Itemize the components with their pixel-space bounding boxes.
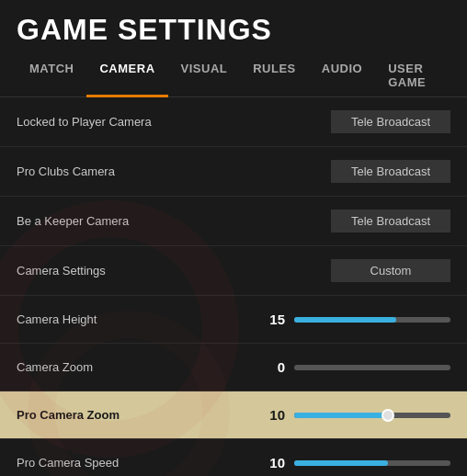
slider-track-pro-camera-zoom[interactable] xyxy=(294,413,450,418)
setting-value-locked-to-player-camera[interactable]: Tele Broadcast xyxy=(331,110,450,133)
setting-row-locked-to-player-camera: Locked to Player Camera Tele Broadcast xyxy=(0,97,467,147)
slider-fill-pro-camera-zoom xyxy=(294,413,388,418)
setting-row-pro-camera-speed: Pro Camera Speed 10 xyxy=(0,439,467,476)
slider-number-pro-camera-zoom: 10 xyxy=(265,407,285,423)
setting-row-camera-settings: Camera Settings Custom xyxy=(0,246,467,296)
slider-fill-pro-camera-speed xyxy=(294,460,388,466)
settings-list: Locked to Player Camera Tele Broadcast P… xyxy=(0,97,467,476)
setting-row-camera-height: Camera Height 15 xyxy=(0,296,467,344)
tab-user-game[interactable]: USER GAME xyxy=(375,54,450,96)
setting-value-be-a-keeper-camera[interactable]: Tele Broadcast xyxy=(331,210,450,232)
setting-row-pro-camera-zoom: Pro Camera Zoom 10 xyxy=(0,391,467,439)
setting-label-be-a-keeper-camera: Be a Keeper Camera xyxy=(17,214,129,228)
tab-camera[interactable]: CAMERA xyxy=(86,54,167,96)
slider-number-camera-height: 15 xyxy=(265,312,285,327)
slider-container-pro-camera-zoom: 10 xyxy=(239,407,450,423)
tab-match[interactable]: MATCH xyxy=(17,54,86,96)
slider-number-camera-zoom: 0 xyxy=(265,359,285,375)
setting-label-camera-zoom: Camera Zoom xyxy=(17,360,93,374)
slider-track-camera-height[interactable] xyxy=(294,317,450,323)
setting-label-camera-height: Camera Height xyxy=(17,312,97,326)
page-title: GAME SETTINGS xyxy=(0,0,467,54)
slider-track-pro-camera-speed[interactable] xyxy=(294,460,450,466)
setting-label-pro-camera-zoom: Pro Camera Zoom xyxy=(17,408,120,422)
setting-label-locked-to-player-camera: Locked to Player Camera xyxy=(17,115,152,129)
tab-audio[interactable]: AUDIO xyxy=(309,54,375,96)
setting-row-camera-zoom: Camera Zoom 0 xyxy=(0,344,467,391)
tab-rules[interactable]: RULES xyxy=(240,54,309,96)
setting-value-pro-clubs-camera[interactable]: Tele Broadcast xyxy=(331,160,450,183)
setting-label-pro-camera-speed: Pro Camera Speed xyxy=(17,456,119,470)
setting-value-camera-settings[interactable]: Custom xyxy=(331,259,450,282)
slider-fill-camera-height xyxy=(294,317,396,323)
setting-label-pro-clubs-camera: Pro Clubs Camera xyxy=(17,164,115,178)
setting-row-pro-clubs-camera: Pro Clubs Camera Tele Broadcast xyxy=(0,147,467,197)
slider-track-camera-zoom[interactable] xyxy=(294,365,450,370)
tab-visual[interactable]: VISUAL xyxy=(168,54,241,96)
tab-bar: MATCH CAMERA VISUAL RULES AUDIO USER GAM… xyxy=(0,54,467,97)
slider-number-pro-camera-speed: 10 xyxy=(265,455,285,470)
setting-label-camera-settings: Camera Settings xyxy=(17,264,106,278)
slider-container-camera-height: 15 xyxy=(239,312,450,327)
slider-thumb-pro-camera-zoom xyxy=(382,409,394,422)
slider-container-camera-zoom: 0 xyxy=(239,359,450,375)
slider-container-pro-camera-speed: 10 xyxy=(239,455,450,470)
setting-row-be-a-keeper-camera: Be a Keeper Camera Tele Broadcast xyxy=(0,197,467,246)
